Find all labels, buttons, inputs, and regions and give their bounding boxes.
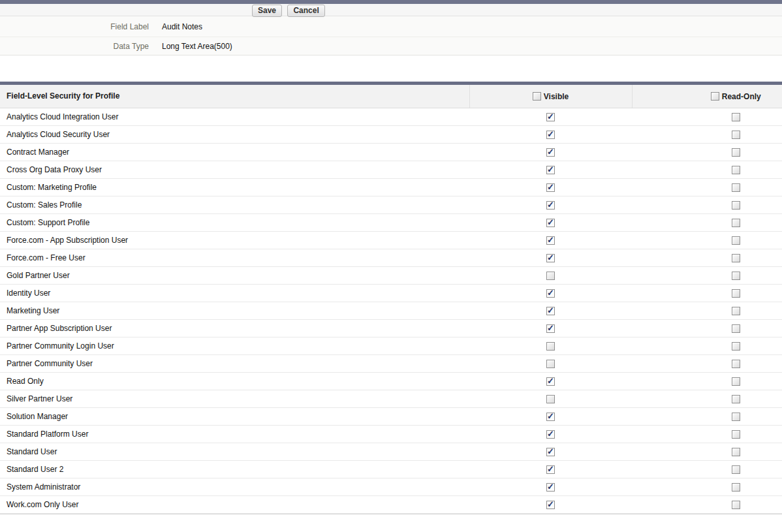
visible-checkbox[interactable] — [546, 289, 555, 298]
visible-checkbox[interactable] — [546, 413, 555, 421]
read-only-checkbox[interactable] — [732, 360, 740, 368]
read-only-checkbox[interactable] — [732, 272, 740, 280]
profile-name: Custom: Sales Profile — [0, 196, 469, 213]
profile-row: Custom: Sales Profile — [0, 196, 782, 213]
visible-checkbox[interactable] — [546, 272, 555, 280]
profile-name: Standard Platform User — [0, 425, 469, 443]
visible-checkbox[interactable] — [546, 360, 555, 368]
read-only-column-label: Read-Only — [722, 92, 761, 101]
visible-checkbox[interactable] — [546, 430, 555, 439]
read-only-checkbox[interactable] — [732, 113, 740, 121]
profile-name: Force.com - App Subscription User — [0, 231, 469, 249]
profile-name: Solution Manager — [0, 407, 469, 425]
field-security-edit-page: Save Cancel Field Label Audit Notes Data… — [0, 0, 782, 514]
profile-row: Force.com - App Subscription User — [0, 231, 782, 249]
data-type-label: Data Type — [0, 42, 149, 51]
profile-row: Silver Partner User — [0, 390, 782, 407]
profile-name: Custom: Support Profile — [0, 213, 469, 231]
field-label-label: Field Label — [0, 22, 149, 31]
read-only-checkbox[interactable] — [732, 324, 740, 333]
profile-row: Custom: Support Profile — [0, 213, 782, 231]
profile-row: Partner App Subscription User — [0, 319, 782, 337]
data-type-value: Long Text Area(500) — [162, 42, 232, 51]
profile-name: Silver Partner User — [0, 390, 469, 407]
profile-row: Gold Partner User — [0, 266, 782, 284]
profile-name: Analytics Cloud Security User — [0, 125, 469, 143]
read-only-checkbox[interactable] — [732, 465, 740, 474]
profile-name: Partner Community Login User — [0, 337, 469, 354]
read-only-checkbox[interactable] — [732, 448, 740, 456]
visible-checkbox[interactable] — [546, 377, 555, 386]
profile-row: Read Only — [0, 372, 782, 390]
profile-row: Partner Community User — [0, 354, 782, 372]
field-detail-section: Field Label Audit Notes Data Type Long T… — [0, 16, 782, 55]
profile-row: Analytics Cloud Security User — [0, 125, 782, 143]
profile-name: System Administrator — [0, 478, 469, 495]
read-only-checkbox[interactable] — [732, 501, 740, 509]
detail-row-field-label: Field Label Audit Notes — [0, 16, 782, 37]
visible-checkbox[interactable] — [546, 307, 555, 315]
profile-name: Standard User — [0, 443, 469, 460]
read-only-checkbox[interactable] — [732, 430, 740, 439]
profile-row: Solution Manager — [0, 407, 782, 425]
visible-column-header: Visible — [469, 85, 632, 108]
visible-checkbox[interactable] — [546, 254, 555, 262]
table-header-row: Field-Level Security for Profile Visible… — [0, 85, 782, 108]
visible-column-label: Visible — [544, 92, 569, 101]
read-only-checkbox[interactable] — [732, 166, 740, 174]
visible-checkbox[interactable] — [546, 236, 555, 245]
profile-name: Identity User — [0, 284, 469, 302]
read-only-checkbox[interactable] — [732, 201, 740, 210]
read-only-checkbox[interactable] — [732, 254, 740, 262]
read-only-checkbox[interactable] — [732, 236, 740, 245]
save-button[interactable]: Save — [252, 5, 282, 17]
read-only-select-all-checkbox[interactable] — [711, 92, 719, 101]
read-only-column-header: Read-Only — [632, 85, 782, 108]
visible-checkbox[interactable] — [546, 342, 555, 351]
visible-checkbox[interactable] — [546, 166, 555, 174]
profile-row: Analytics Cloud Integration User — [0, 108, 782, 125]
visible-checkbox[interactable] — [546, 501, 555, 509]
table-title: Field-Level Security for Profile — [0, 85, 469, 108]
fls-table: Field-Level Security for Profile Visible… — [0, 85, 782, 514]
read-only-checkbox[interactable] — [732, 148, 740, 157]
read-only-checkbox[interactable] — [732, 395, 740, 403]
visible-checkbox[interactable] — [546, 201, 555, 210]
visible-checkbox[interactable] — [546, 219, 555, 227]
visible-checkbox[interactable] — [546, 148, 555, 157]
fls-table-viewport: Field-Level Security for Profile Visible… — [0, 85, 782, 514]
visible-checkbox[interactable] — [546, 324, 555, 333]
cancel-button[interactable]: Cancel — [287, 5, 324, 17]
profile-row: Marketing User — [0, 302, 782, 319]
read-only-checkbox[interactable] — [732, 342, 740, 351]
profile-row: Custom: Marketing Profile — [0, 178, 782, 196]
visible-checkbox[interactable] — [546, 395, 555, 403]
visible-select-all-checkbox[interactable] — [533, 92, 541, 101]
read-only-checkbox[interactable] — [732, 131, 740, 139]
visible-checkbox[interactable] — [546, 483, 555, 492]
read-only-checkbox[interactable] — [732, 289, 740, 298]
profile-name: Force.com - Free User — [0, 249, 469, 266]
read-only-checkbox[interactable] — [732, 377, 740, 386]
profile-row: Force.com - Free User — [0, 249, 782, 266]
profile-name: Partner Community User — [0, 354, 469, 372]
visible-checkbox[interactable] — [546, 131, 555, 139]
read-only-checkbox[interactable] — [732, 307, 740, 315]
profile-row: Standard User 2 — [0, 460, 782, 478]
visible-checkbox[interactable] — [546, 183, 555, 192]
profile-row: Partner Community Login User — [0, 337, 782, 354]
profile-row: Work.com Only User — [0, 495, 782, 513]
visible-checkbox[interactable] — [546, 448, 555, 456]
profile-row: Identity User — [0, 284, 782, 302]
read-only-checkbox[interactable] — [732, 413, 740, 421]
profile-name: Custom: Marketing Profile — [0, 178, 469, 196]
read-only-checkbox[interactable] — [732, 483, 740, 492]
profile-row: Standard Platform User — [0, 425, 782, 443]
profile-row: Contract Manager — [0, 143, 782, 161]
visible-checkbox[interactable] — [546, 113, 555, 121]
spacer — [0, 55, 782, 82]
read-only-checkbox[interactable] — [732, 183, 740, 192]
visible-checkbox[interactable] — [546, 465, 555, 474]
read-only-checkbox[interactable] — [732, 219, 740, 227]
profile-name: Marketing User — [0, 302, 469, 319]
